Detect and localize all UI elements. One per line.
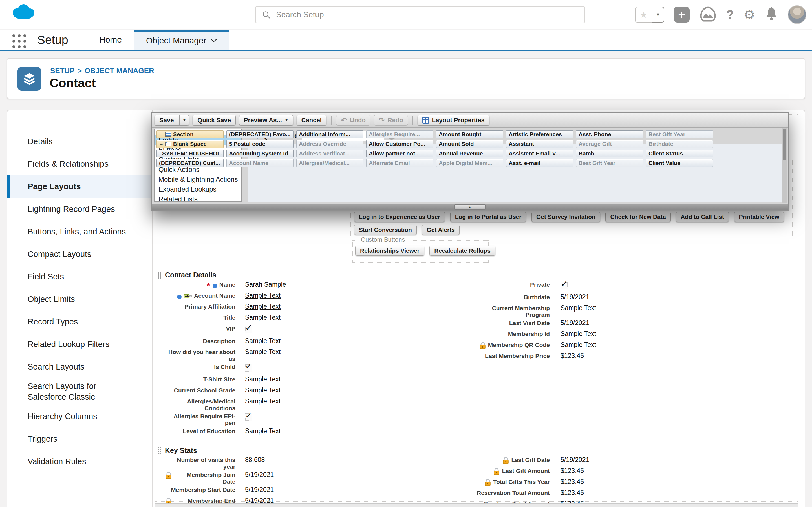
login-experience-button[interactable]: Log in to Experience as User <box>354 212 445 222</box>
layout-field-row[interactable]: Last Gift Date 5/19/2021 <box>474 455 772 466</box>
layout-field-row[interactable]: Private ✓ <box>474 280 772 292</box>
help-icon[interactable]: ? <box>726 8 734 22</box>
palette-chip[interactable]: (DEPRECATED) Favo... <box>226 130 294 138</box>
sidebar-item-hierarchy-columns[interactable]: Hierarchy Columns <box>7 405 152 428</box>
layout-field-row[interactable]: * Name Sarah Sample <box>165 280 464 291</box>
layout-field-row[interactable]: Last Membership Price $123.45 <box>474 351 772 362</box>
global-actions-icon[interactable]: + <box>674 7 690 22</box>
quick-save-button[interactable]: Quick Save <box>193 115 236 126</box>
layout-field-row[interactable]: Total Gifts This Year $123.45 <box>474 477 772 488</box>
category-related-lists[interactable]: Related Lists <box>154 194 241 204</box>
favorites-dropdown-icon[interactable]: ▼ <box>652 7 664 22</box>
palette-chip[interactable]: _SYSTEM: HOUSEHOL... <box>156 150 223 158</box>
section-header-key-stats[interactable]: Key Stats <box>158 446 197 455</box>
search-input[interactable] <box>255 6 585 23</box>
tab-home[interactable]: Home <box>87 30 134 50</box>
layout-field-row[interactable]: Allergies/Medical Conditions Sample Text <box>165 397 464 411</box>
palette-chip[interactable]: 5 Postal code <box>226 140 294 148</box>
palette-chip-section[interactable]: →Section <box>156 130 223 138</box>
section-header-contact-details[interactable]: Contact Details <box>158 271 216 279</box>
notifications-bell-icon[interactable] <box>765 7 778 22</box>
sidebar-item-related-lookup-filters[interactable]: Related Lookup Filters <box>7 333 152 355</box>
sidebar-item-record-types[interactable]: Record Types <box>7 311 152 333</box>
layout-field-row[interactable]: Title Sample Text <box>165 313 464 324</box>
sidebar-item-compact-layouts[interactable]: Compact Layouts <box>7 243 152 265</box>
layout-field-row[interactable]: Membership Join Date 5/19/2021 <box>165 470 464 485</box>
sidebar-item-fields-relationships[interactable]: Fields & Relationships <box>7 153 152 175</box>
layout-field-row[interactable]: Reservation Total Amount $123.45 <box>474 488 772 499</box>
sidebar-item-object-limits[interactable]: Object Limits <box>7 288 152 311</box>
palette-chip[interactable]: Allow partner not... <box>366 150 434 158</box>
layout-properties-button[interactable]: Layout Properties <box>417 115 490 126</box>
layout-field-row[interactable]: Number of visits this year 88,608 <box>165 455 464 470</box>
trailhead-icon[interactable] <box>699 6 717 23</box>
collapse-palette-button[interactable]: ▲ <box>455 205 486 210</box>
palette-chip-blank-space[interactable]: →Blank Space <box>156 140 223 148</box>
palette-vertical-scrollbar[interactable] <box>782 128 787 203</box>
sidebar-item-details[interactable]: Details <box>7 130 152 153</box>
sidebar-item-lightning-record-pages[interactable]: Lightning Record Pages <box>7 198 152 220</box>
sidebar-item-field-sets[interactable]: Field Sets <box>7 265 152 288</box>
palette-chip[interactable]: Asst. e-mail <box>506 159 573 167</box>
save-dropdown-icon[interactable]: ▼ <box>179 115 189 126</box>
login-portal-button[interactable]: Log in to Portal as User <box>450 212 526 222</box>
relationships-viewer-button[interactable]: Relationships Viewer <box>355 245 424 256</box>
palette-chip[interactable]: Additional Inform... <box>296 130 363 138</box>
check-for-new-data-button[interactable]: Check for New Data <box>605 212 670 222</box>
layout-field-row[interactable]: Description Sample Text <box>165 336 464 347</box>
palette-chip[interactable]: Batch <box>576 150 643 158</box>
drag-handle-icon[interactable] <box>158 447 161 455</box>
layout-field-row[interactable]: Level of Education Sample Text <box>165 427 464 438</box>
sidebar-item-search-layouts[interactable]: Search Layouts <box>7 355 152 378</box>
sidebar-item-search-layouts-classic[interactable]: Search Layouts for Salesforce Classic <box>7 378 137 405</box>
palette-chip[interactable]: Assistant <box>506 140 573 148</box>
palette-chip[interactable]: Amount Bought <box>436 130 503 138</box>
palette-chip[interactable]: Annual Revenue <box>436 150 503 158</box>
layout-field-row[interactable]: Current School Grade Sample Text <box>165 386 464 397</box>
palette-chip[interactable]: Assistent Email V... <box>506 150 573 158</box>
palette-chip[interactable]: Artistic Preferences <box>506 130 573 138</box>
layout-field-row[interactable]: Current Membership Program Sample Text <box>474 303 772 318</box>
get-alerts-button[interactable]: Get Alerts <box>422 225 460 235</box>
palette-chip[interactable]: Amount Sold <box>436 140 503 148</box>
palette-chip[interactable]: Asst. Phone <box>576 130 643 138</box>
canvas-horizontal-scrollbar[interactable] <box>154 503 799 507</box>
save-button[interactable]: Save ▼ <box>154 115 189 126</box>
app-launcher-icon[interactable] <box>12 34 27 49</box>
layout-field-row[interactable]: Membership Start Date 5/19/2021 <box>165 485 464 496</box>
layout-field-row[interactable]: Last Visit Date 5/19/2021 <box>474 318 772 329</box>
add-to-call-list-button[interactable]: Add to Call List <box>676 212 729 222</box>
favorites-star-icon[interactable]: ★ <box>635 7 652 22</box>
palette-chip[interactable]: Accounting System Id <box>226 150 294 158</box>
layout-field-row[interactable]: Membership Id Sample Text <box>474 329 772 340</box>
get-survey-invitation-button[interactable]: Get Survey Invitation <box>531 212 600 222</box>
layout-field-row[interactable]: How did you hear about us Sample Text <box>165 347 464 362</box>
tab-object-manager[interactable]: Object Manager <box>134 30 229 50</box>
layout-field-row[interactable]: Allergies Require EPI-pen ✓ <box>165 411 464 427</box>
breadcrumb-object-manager-link[interactable]: OBJECT MANAGER <box>85 66 154 75</box>
palette-chip[interactable]: Client Status <box>646 150 713 158</box>
palette-chip[interactable]: (DEPRECATED) Cust... <box>156 159 223 167</box>
avatar[interactable] <box>788 5 806 24</box>
start-conversation-button[interactable]: Start Conversation <box>354 225 417 235</box>
sidebar-item-validation-rules[interactable]: Validation Rules <box>7 450 152 473</box>
sidebar-item-page-layouts[interactable]: Page Layouts <box>7 175 152 198</box>
category-expanded-lookups[interactable]: Expanded Lookups <box>154 184 241 194</box>
layout-field-row[interactable]: Account Name Sample Text <box>165 291 464 302</box>
layout-field-row[interactable]: T-Shirt Size Sample Text <box>165 375 464 386</box>
sidebar-item-triggers[interactable]: Triggers <box>7 428 152 450</box>
drag-handle-icon[interactable] <box>158 271 161 279</box>
breadcrumb-setup-link[interactable]: SETUP <box>50 66 75 75</box>
cancel-button[interactable]: Cancel <box>297 115 326 126</box>
printable-view-button[interactable]: Printable View <box>734 212 784 222</box>
salesforce-logo-icon[interactable] <box>10 3 36 24</box>
recalculate-rollups-button[interactable]: Recalculate Rollups <box>429 245 495 256</box>
layout-field-row[interactable]: Last Gift Amount $123.45 <box>474 466 772 477</box>
preview-as-button[interactable]: Preview As... ▼ <box>239 115 293 126</box>
layout-field-row[interactable]: VIP ✓ <box>165 324 464 336</box>
layout-field-row[interactable]: Is Child ✓ <box>165 362 464 375</box>
category-mobile-lightning-actions[interactable]: Mobile & Lightning Actions <box>154 174 241 184</box>
layout-field-row[interactable]: Primary Affiliation Sample Text <box>165 302 464 313</box>
layout-field-row[interactable]: Birthdate 5/19/2021 <box>474 292 772 303</box>
setup-gear-icon[interactable]: ⚙ <box>744 7 755 22</box>
